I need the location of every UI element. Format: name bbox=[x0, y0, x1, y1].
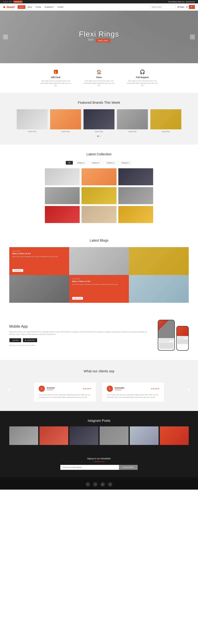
brand-image-3 bbox=[84, 109, 114, 129]
collection-item-2[interactable] bbox=[82, 168, 116, 185]
newsletter-form: SUBSCRIBE bbox=[60, 465, 138, 470]
nav-contact[interactable]: Contact bbox=[56, 5, 65, 9]
hero-subtitle: 2018 bbox=[88, 38, 93, 41]
feature-support: 🎧 Full Support Duis mollis, est non comm… bbox=[127, 70, 158, 87]
newsletter-subscribe-btn[interactable]: SUBSCRIBE bbox=[119, 465, 138, 470]
newsletter-section: Signup to our Newsletter — Subscribe now… bbox=[0, 453, 198, 478]
social-facebook[interactable]: f bbox=[86, 482, 90, 486]
search-button[interactable]: 🔍 bbox=[189, 5, 195, 9]
tab-cat4[interactable]: Category 4 bbox=[119, 161, 132, 164]
dot-2[interactable] bbox=[99, 136, 101, 137]
store-icon: 🏠 bbox=[84, 70, 114, 74]
nav-about[interactable]: About bbox=[26, 5, 34, 9]
insta-img-6 bbox=[160, 426, 189, 445]
collection-img-8 bbox=[82, 206, 116, 223]
blog-title-1: Wear a Piece of Art bbox=[12, 252, 66, 255]
support-icon: 🎧 bbox=[127, 70, 158, 74]
testimonial-text-2: Lorem ipsum dolor sit amet, consectetur … bbox=[107, 394, 159, 398]
collection-item-6[interactable] bbox=[118, 187, 153, 204]
brands-grid: Some Text Some Text Some Text Some Text … bbox=[9, 109, 189, 132]
tab-cat2[interactable]: Category 2 bbox=[89, 161, 103, 164]
blog-item-2 bbox=[69, 247, 129, 275]
collection-grid bbox=[45, 168, 153, 223]
brand-image-1 bbox=[17, 109, 48, 129]
contact-btn[interactable]: Contact Us bbox=[13, 0, 23, 3]
social-pinterest[interactable]: p bbox=[108, 482, 112, 486]
blog-item-6 bbox=[129, 275, 189, 303]
collection-item-9[interactable] bbox=[118, 206, 153, 223]
brand-item-5[interactable]: Some Text bbox=[150, 109, 181, 132]
featured-brands-title: Featured Brands This Week bbox=[9, 100, 189, 105]
collection-item-7[interactable] bbox=[45, 206, 80, 223]
top-bar-right: Free delivery order over User Account bbox=[168, 1, 195, 3]
insta-item-4[interactable] bbox=[100, 426, 129, 445]
brand-item-4[interactable]: Some Text bbox=[117, 109, 148, 132]
top-bar-left: Call Us: XXX Contact Us bbox=[3, 0, 23, 3]
search-bar: All Types 🔍 bbox=[150, 5, 195, 9]
hero-next-arrow[interactable]: › bbox=[190, 34, 195, 40]
insta-item-3[interactable] bbox=[69, 426, 98, 445]
brand-item-3[interactable]: Some Text bbox=[84, 109, 114, 132]
insta-img-5 bbox=[130, 426, 159, 445]
testimonials-grid: G Gretchen Customer ★★★★★ Lorem ipsum do… bbox=[34, 382, 164, 402]
brand-image-5 bbox=[150, 109, 181, 129]
testimonial-next-arrow[interactable]: › bbox=[187, 388, 191, 392]
newsletter-subtitle: — Subscribe now — bbox=[9, 461, 189, 462]
collection-item-3[interactable] bbox=[118, 168, 153, 185]
latest-blogs-section: Latest Blogs Jan 24 2018 Wear a Piece of… bbox=[0, 231, 198, 310]
social-google[interactable]: g+ bbox=[101, 482, 105, 486]
logo[interactable]: ◆ Jewel bbox=[3, 5, 15, 9]
logo-icon: ◆ bbox=[3, 5, 5, 9]
blog-date-5: Jan 24 2018 bbox=[72, 278, 126, 280]
social-twitter[interactable]: t bbox=[93, 482, 97, 486]
blog-item-1: Jan 24 2018 Wear a Piece of Art Nemo eni… bbox=[9, 247, 69, 275]
instagram-section: Istagram Posts bbox=[0, 411, 198, 453]
support-text: Duis mollis, est non commodo luctus, nis… bbox=[127, 80, 158, 87]
collection-item-8[interactable] bbox=[82, 206, 116, 223]
insta-item-6[interactable] bbox=[160, 426, 189, 445]
brand-item-1[interactable]: Some Text bbox=[17, 109, 48, 132]
user-account[interactable]: User Account bbox=[186, 1, 195, 3]
tab-cat1[interactable]: Category 1 bbox=[74, 161, 88, 164]
hero-title: Flexi Rings bbox=[79, 30, 119, 38]
appstore-btn[interactable]: App Store bbox=[9, 338, 21, 342]
search-select[interactable]: All Types bbox=[175, 5, 188, 9]
app-content: Mobile App Quis autem vel eum iure repre… bbox=[9, 324, 148, 346]
hero-content: Flexi Rings 2018 New Looks bbox=[79, 30, 119, 44]
tab-cat3[interactable]: Category 3 bbox=[104, 161, 117, 164]
app-mockup bbox=[158, 320, 189, 351]
testimonial-prev-arrow[interactable]: ‹ bbox=[7, 388, 11, 392]
store-text: Duis mollis, est non commodo luctus, nis… bbox=[84, 80, 114, 87]
blog-btn-5[interactable]: Know More bbox=[72, 297, 83, 300]
store-title: Store bbox=[84, 76, 114, 78]
blog-date-1: Jan 24 2018 bbox=[12, 250, 66, 252]
nav-home[interactable]: Home bbox=[18, 5, 25, 9]
googleplay-btn[interactable]: ▶ Google Play bbox=[23, 338, 37, 342]
nav-dropdown[interactable]: Dropdown ▾ bbox=[43, 5, 55, 9]
collection-img-1 bbox=[45, 168, 80, 185]
footer: f t g+ p bbox=[0, 478, 198, 490]
collection-item-1[interactable] bbox=[45, 168, 80, 185]
nav-pricing[interactable]: Pricing bbox=[34, 5, 43, 9]
newsletter-input[interactable] bbox=[60, 465, 119, 470]
dot-1[interactable] bbox=[97, 136, 99, 137]
phone-screen-small bbox=[177, 326, 188, 350]
insta-item-1[interactable] bbox=[9, 426, 38, 445]
insta-item-2[interactable] bbox=[40, 426, 68, 445]
hero-prev-arrow[interactable]: ‹ bbox=[3, 34, 8, 40]
collection-item-5[interactable] bbox=[82, 187, 116, 204]
testimonials-title: What our clients say bbox=[9, 369, 189, 373]
navbar: ◆ Jewel Home About Pricing Dropdown ▾ Co… bbox=[0, 4, 198, 11]
collection-img-7 bbox=[45, 206, 80, 223]
insta-img-2 bbox=[40, 426, 68, 445]
brand-item-2[interactable]: Some Text bbox=[50, 109, 81, 132]
search-input[interactable] bbox=[150, 5, 175, 9]
insta-item-5[interactable] bbox=[130, 426, 159, 445]
tab-all[interactable]: All bbox=[66, 161, 73, 164]
blog-btn-1[interactable]: Know More bbox=[12, 269, 23, 272]
collection-item-4[interactable] bbox=[45, 187, 80, 204]
avatar-1: G bbox=[39, 386, 45, 392]
testimonial-name-2: Esmeralda bbox=[115, 387, 124, 389]
app-link[interactable]: Click here to Get the best deals and off… bbox=[9, 345, 148, 346]
blog-item-5: Jan 24 2018 Wear a Piece of Art Nemo eni… bbox=[69, 275, 129, 303]
